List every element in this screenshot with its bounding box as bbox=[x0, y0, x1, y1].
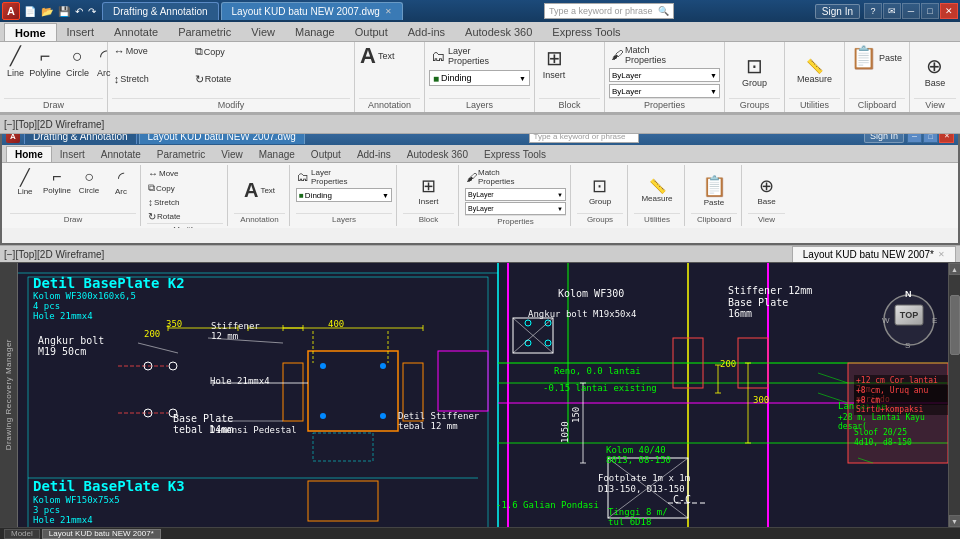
tab-view[interactable]: View bbox=[241, 23, 285, 41]
inner-tab-parametric[interactable]: Parametric bbox=[149, 146, 213, 162]
tab-home[interactable]: Home bbox=[4, 23, 57, 41]
scrollbar-up-btn[interactable]: ▲ bbox=[949, 263, 961, 275]
main-drawing-area[interactable]: Detil BasePlate K2 Kolom WF300x160x6,5 4… bbox=[18, 263, 948, 527]
rotate-btn[interactable]: ↻Rotate bbox=[193, 72, 273, 87]
inner-copy-btn[interactable]: ⧉Copy bbox=[147, 181, 223, 195]
inner-insert-btn[interactable]: ⊞Insert bbox=[418, 175, 438, 206]
match-properties-btn[interactable]: 🖌 MatchProperties bbox=[609, 44, 720, 66]
bylayer-dropdown1[interactable]: ByLayer▼ bbox=[609, 68, 720, 82]
layer-properties-btn[interactable]: 🗂 Layer Properties bbox=[429, 44, 530, 68]
svg-point-6 bbox=[320, 413, 326, 419]
inner-tab-output[interactable]: Output bbox=[303, 146, 349, 162]
angkur-bolt-right: Angkur bolt M19x50x4 bbox=[528, 309, 636, 319]
close-btn[interactable]: ✕ bbox=[940, 3, 958, 19]
inner-measure-btn[interactable]: 📏Measure bbox=[641, 178, 672, 203]
minimize-btn[interactable]: ─ bbox=[902, 3, 920, 19]
inner-tab-annotate[interactable]: Annotate bbox=[93, 146, 149, 162]
inner-base-btn[interactable]: ⊕Base bbox=[757, 175, 775, 206]
sloof-4d10: 4d10, d8-150 bbox=[854, 438, 912, 447]
polyline-btn[interactable]: ⌐ Polyline bbox=[29, 44, 61, 80]
drafting-tab[interactable]: Drafting & Annotation bbox=[102, 2, 219, 20]
svg-point-48 bbox=[525, 340, 531, 346]
inner-stretch-btn[interactable]: ↕Stretch bbox=[147, 196, 223, 209]
nav-compass-container: N S E W TOP bbox=[877, 275, 942, 355]
footplate-label: Footplate 1m x 1m bbox=[598, 473, 690, 483]
stiffener-size: 12 mm bbox=[211, 331, 238, 341]
qa-open-btn[interactable]: 📂 bbox=[39, 6, 55, 17]
inner-bylayer-1[interactable]: ByLayer▼ bbox=[465, 188, 566, 201]
inner-layer-props-btn[interactable]: 🗂LayerProperties bbox=[296, 167, 392, 187]
qa-new-btn[interactable]: 📄 bbox=[22, 6, 38, 17]
reno-lantai-label: Reno, 0.0 lantai bbox=[554, 366, 641, 376]
inner-tab-addins[interactable]: Add-ins bbox=[349, 146, 399, 162]
scrollbar-down-btn[interactable]: ▼ bbox=[949, 515, 961, 527]
svg-rect-35 bbox=[308, 481, 378, 521]
restore-btn[interactable]: □ bbox=[921, 3, 939, 19]
ribbon-group-modify: ↔Move ⧉Copy ↕Stretch ↻Rotate Modify bbox=[108, 42, 355, 112]
move-btn[interactable]: ↔Move bbox=[112, 44, 192, 58]
inner-tab-a360[interactable]: Autodesk 360 bbox=[399, 146, 476, 162]
qa-save-btn[interactable]: 💾 bbox=[56, 6, 72, 17]
inner-match-props-btn[interactable]: 🖌MatchProperties bbox=[465, 167, 566, 187]
tab-insert[interactable]: Insert bbox=[57, 23, 105, 41]
inner-layout-tab[interactable]: Layout KUD batu NEW 2007* ✕ bbox=[792, 246, 956, 262]
inner-polyline-btn[interactable]: ⌐Polyline bbox=[42, 167, 72, 213]
circle-btn[interactable]: ○ Circle bbox=[63, 44, 92, 80]
inner-bylayer-2[interactable]: ByLayer▼ bbox=[465, 202, 566, 215]
line-btn[interactable]: ╱ Line bbox=[4, 44, 27, 80]
tab-annotate[interactable]: Annotate bbox=[104, 23, 168, 41]
group-btn[interactable]: ⊡ Group bbox=[742, 54, 767, 88]
scrollbar-thumb-v[interactable] bbox=[950, 295, 960, 355]
tab-addins[interactable]: Add-ins bbox=[398, 23, 455, 41]
text-btn[interactable]: A Text bbox=[359, 44, 420, 68]
properties-group-label: Properties bbox=[609, 98, 720, 110]
inner-circle-btn[interactable]: ○Circle bbox=[74, 167, 104, 213]
search-box[interactable]: Type a keyword or phrase 🔍 bbox=[544, 3, 674, 19]
measure-btn[interactable]: 📏 Measure bbox=[797, 58, 832, 84]
inner-tab-view[interactable]: View bbox=[213, 146, 251, 162]
tab-autodesk360[interactable]: Autodesk 360 bbox=[455, 23, 542, 41]
model-tab-bottom[interactable]: Model bbox=[4, 529, 40, 539]
inner-group-btn[interactable]: ⊡Group bbox=[589, 175, 611, 206]
file-tab-close[interactable]: ✕ bbox=[385, 7, 392, 16]
inner-tab-insert[interactable]: Insert bbox=[52, 146, 93, 162]
inner-arc-btn[interactable]: ◜Arc bbox=[106, 167, 136, 213]
inner-tab-express[interactable]: Express Tools bbox=[476, 146, 554, 162]
inner-layout-tab-close[interactable]: ✕ bbox=[938, 250, 945, 259]
tab-manage[interactable]: Manage bbox=[285, 23, 345, 41]
detil-stiffener-label: Detil Stiffener bbox=[398, 411, 479, 421]
layout-tab-bottom[interactable]: Layout KUD batu NEW 2007* bbox=[42, 529, 161, 539]
inner-paste-btn[interactable]: 📋Paste bbox=[702, 174, 727, 207]
scrollbar-right[interactable]: ▲ ▼ bbox=[948, 263, 960, 527]
inner-text-btn[interactable]: AText bbox=[244, 179, 275, 202]
qa-redo-btn[interactable]: ↷ bbox=[86, 6, 98, 17]
layer-dropdown[interactable]: ■ Dinding ▼ bbox=[429, 70, 530, 86]
kolom-4040: Kolom 40/40 bbox=[606, 445, 666, 455]
base-btn[interactable]: ⊕ Base bbox=[925, 54, 946, 88]
inner-rotate-btn[interactable]: ↻Rotate bbox=[147, 210, 223, 223]
help-btn[interactable]: ? bbox=[864, 3, 882, 19]
sign-in-btn[interactable]: Sign In bbox=[815, 4, 860, 19]
paste-btn[interactable]: 📋 Paste bbox=[849, 44, 905, 72]
comms-btn[interactable]: ✉ bbox=[883, 3, 901, 19]
inner-tab-manage[interactable]: Manage bbox=[251, 146, 303, 162]
detil-k2-pcs: 4 pcs bbox=[33, 301, 60, 311]
bylayer-dropdown2[interactable]: ByLayer▼ bbox=[609, 84, 720, 98]
stretch-btn[interactable]: ↕Stretch bbox=[112, 72, 192, 86]
copy-btn[interactable]: ⧉Copy bbox=[193, 44, 273, 59]
inner-layer-dropdown[interactable]: ■Dinding▼ bbox=[296, 188, 392, 202]
tab-expresstools[interactable]: Express Tools bbox=[542, 23, 630, 41]
file-tab[interactable]: Layout KUD batu NEW 2007.dwg ✕ bbox=[221, 2, 403, 20]
qa-undo-btn[interactable]: ↶ bbox=[73, 6, 85, 17]
inner-tab-home[interactable]: Home bbox=[6, 146, 52, 162]
annotation-group-label: Annotation bbox=[359, 98, 420, 110]
insert-btn[interactable]: ⊞ Insert bbox=[539, 44, 569, 82]
layers-group-label: Layers bbox=[429, 98, 530, 110]
tab-parametric[interactable]: Parametric bbox=[168, 23, 241, 41]
ribbon-group-view: ⊕ Base View bbox=[910, 42, 960, 112]
inner-line-btn[interactable]: ╱Line bbox=[10, 167, 40, 213]
inner-move-btn[interactable]: ↔Move bbox=[147, 167, 223, 180]
hole-label-draw: Hole 21mmx4 bbox=[210, 376, 270, 386]
svg-point-25 bbox=[169, 362, 177, 370]
tab-output[interactable]: Output bbox=[345, 23, 398, 41]
